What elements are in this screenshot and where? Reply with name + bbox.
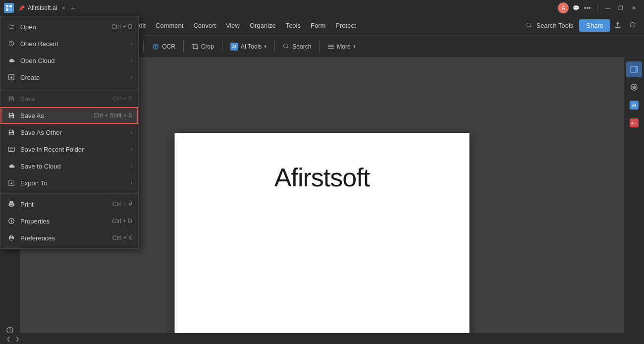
save-in-recent-icon xyxy=(6,144,16,154)
menu-item-save-as-other[interactable]: Save As Other › xyxy=(0,124,138,141)
svg-rect-0 xyxy=(6,5,8,7)
statusbar-right-arrow[interactable]: ❯ xyxy=(13,334,22,343)
ai-right-icon[interactable]: AI xyxy=(626,97,642,113)
menu-convert[interactable]: Convert xyxy=(188,20,221,31)
menu-item-export-to[interactable]: Export To › xyxy=(0,174,138,191)
menu-item-preferences[interactable]: Preferences Ctrl + K xyxy=(0,229,138,246)
right-sidebar: AI A↔ xyxy=(624,57,644,344)
properties-shortcut: Ctrl + D xyxy=(112,218,132,225)
properties-icon xyxy=(6,216,16,226)
tab-title: Afirstsoft.ai xyxy=(28,4,57,11)
create-label: Create xyxy=(20,74,130,81)
ai-tools-btn[interactable]: AI AI Tools ▾ xyxy=(226,40,270,53)
menu-item-save-to-cloud[interactable]: Save to Cloud › xyxy=(0,158,138,174)
file-menu: Open Ctrl + O Open Recent › Open Cloud ›… xyxy=(0,16,139,249)
svg-rect-3 xyxy=(9,8,12,11)
settings-panel-icon[interactable] xyxy=(626,79,642,95)
statusbar: ❮ ❯ xyxy=(0,333,644,344)
save-label: Save xyxy=(20,95,107,103)
close-button[interactable]: ✕ xyxy=(627,3,640,12)
print-menu-icon xyxy=(6,199,16,209)
notification-icon[interactable]: 💬 xyxy=(573,5,580,11)
save-as-other-arrow: › xyxy=(130,129,132,136)
open-cloud-label: Open Cloud xyxy=(20,57,130,64)
svg-rect-13 xyxy=(635,66,638,72)
save-in-recent-arrow: › xyxy=(130,146,132,153)
svg-rect-1 xyxy=(9,5,12,7)
menu-item-open-recent[interactable]: Open Recent › xyxy=(0,35,138,52)
save-in-recent-label: Save in Recent Folder xyxy=(20,146,130,153)
open-icon xyxy=(6,22,16,32)
document-page: Afirstsoft xyxy=(175,133,470,333)
search-btn[interactable]: Search xyxy=(279,41,315,53)
ocr-label: OCR xyxy=(162,43,175,50)
menu-item-open[interactable]: Open Ctrl + O xyxy=(0,18,138,35)
menu-convert-label: Convert xyxy=(193,22,216,29)
menu-item-create[interactable]: Create › xyxy=(0,69,138,86)
save-as-other-label: Save As Other xyxy=(20,129,130,136)
menu-divider-1 xyxy=(0,88,138,88)
menu-organize[interactable]: Organize xyxy=(245,20,281,31)
open-cloud-arrow: › xyxy=(130,57,132,64)
print-label: Print xyxy=(20,201,107,208)
panel-toggle-icon[interactable] xyxy=(626,61,642,77)
menu-protect-label: Protect xyxy=(335,22,356,29)
create-arrow: › xyxy=(130,74,132,81)
search-tools-label: Search Tools xyxy=(536,22,573,29)
menu-form[interactable]: Form xyxy=(306,20,330,31)
menu-item-save: Save Ctrl + S xyxy=(0,90,138,107)
preferences-icon xyxy=(6,233,16,243)
svg-point-14 xyxy=(633,86,635,88)
tab-pin-icon: 📌 xyxy=(18,4,25,11)
share-button[interactable]: Share xyxy=(579,19,610,32)
open-shortcut: Ctrl + O xyxy=(111,23,132,30)
preferences-label: Preferences xyxy=(20,234,107,242)
export-to-label: Export To xyxy=(20,179,130,187)
more-label: More xyxy=(337,43,350,50)
menu-item-open-cloud[interactable]: Open Cloud › xyxy=(0,52,138,69)
print-shortcut: Ctrl + P xyxy=(112,201,132,208)
menu-comment[interactable]: Comment xyxy=(151,20,188,31)
menu-comment-label: Comment xyxy=(156,22,183,29)
save-as-label: Save As xyxy=(20,112,88,119)
create-icon xyxy=(6,72,16,82)
menu-form-label: Form xyxy=(311,22,325,29)
menu-item-save-as[interactable]: Save As Ctrl + Shift + S xyxy=(0,107,138,124)
menu-tools[interactable]: Tools xyxy=(281,20,306,31)
crop-btn[interactable]: Crop xyxy=(188,41,218,53)
menu-item-print[interactable]: Print Ctrl + P xyxy=(0,196,138,213)
more-options-icon[interactable]: ••• xyxy=(584,4,591,12)
save-to-cloud-label: Save to Cloud xyxy=(20,163,130,170)
open-label: Open xyxy=(20,23,106,31)
tab-close-icon[interactable]: × xyxy=(60,4,67,11)
upload-icon[interactable] xyxy=(610,19,625,32)
preferences-shortcut: Ctrl + K xyxy=(112,234,132,241)
svg-rect-16 xyxy=(8,147,14,152)
save-as-icon xyxy=(6,111,16,120)
sync-icon[interactable] xyxy=(625,19,640,32)
search-tools-button[interactable]: Search Tools xyxy=(520,20,579,31)
properties-label: Properties xyxy=(20,218,106,225)
search-label: Search xyxy=(292,43,311,50)
menu-view-label: View xyxy=(226,22,240,29)
restore-button[interactable]: ❐ xyxy=(614,3,627,12)
menu-tools-label: Tools xyxy=(286,22,301,29)
new-tab-button[interactable]: + xyxy=(68,3,78,13)
menu-item-save-in-recent[interactable]: Save in Recent Folder › xyxy=(0,141,138,158)
translate-icon[interactable]: A↔ xyxy=(626,115,642,131)
menu-view[interactable]: View xyxy=(221,20,245,31)
titlebar: 📌 Afirstsoft.ai × + A 💬 ••• — ❐ ✕ xyxy=(0,0,644,16)
avatar[interactable]: A xyxy=(558,2,569,13)
more-btn[interactable]: More ▾ xyxy=(323,41,359,53)
svg-rect-2 xyxy=(6,8,8,11)
minimize-button[interactable]: — xyxy=(601,3,614,12)
menu-item-properties[interactable]: Properties Ctrl + D xyxy=(0,213,138,229)
statusbar-left-arrow[interactable]: ❮ xyxy=(4,334,13,343)
save-as-other-icon xyxy=(6,127,16,137)
open-recent-label: Open Recent xyxy=(20,40,130,48)
ai-tools-label: AI Tools xyxy=(241,43,262,50)
menu-protect[interactable]: Protect xyxy=(330,20,361,31)
ocr-btn[interactable]: OCR xyxy=(148,41,179,53)
menu-organize-label: Organize xyxy=(250,22,276,29)
save-as-shortcut: Ctrl + Shift + S xyxy=(94,112,132,119)
